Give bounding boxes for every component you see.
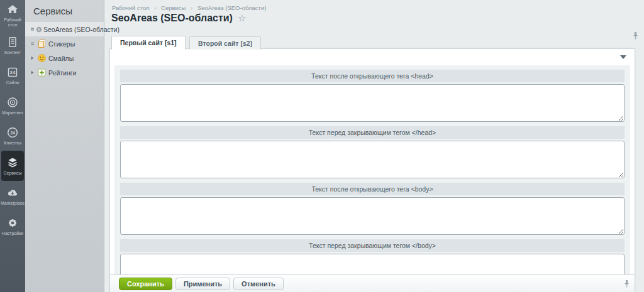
apply-button[interactable]: Применить bbox=[175, 278, 230, 290]
rail-item-marketing[interactable]: Маркетинг bbox=[0, 90, 25, 121]
marketplace-icon bbox=[6, 187, 19, 199]
field-label-before-head-close: Текст перед закрывающим тегом </head> bbox=[120, 126, 625, 139]
seo-areas-form: Текст после открывающего тега <head> Тек… bbox=[114, 65, 630, 274]
field-label-after-head-open: Текст после открывающего тега <head> bbox=[120, 70, 625, 82]
expand-arrow-icon[interactable] bbox=[30, 70, 37, 75]
sites-icon: 24 bbox=[6, 66, 19, 78]
breadcrumb-separator: › bbox=[154, 4, 156, 11]
textarea-before-body-close[interactable] bbox=[120, 254, 625, 274]
cancel-button[interactable]: Отменить bbox=[233, 278, 284, 290]
sidebar-item-stickers[interactable]: Стикеры bbox=[25, 36, 104, 51]
textarea-after-head-open[interactable] bbox=[120, 84, 625, 122]
form-panel: Текст после открывающего тега <head> Тек… bbox=[109, 48, 635, 292]
main-area: Рабочий стол › Сервисы › SeoAreas (SEO-о… bbox=[104, 0, 644, 292]
tab-site-1[interactable]: Первый сайт [s1] bbox=[111, 36, 186, 50]
rail-item-services[interactable]: Сервисы bbox=[1, 151, 24, 181]
marketing-icon bbox=[6, 96, 19, 109]
services-icon bbox=[6, 156, 19, 169]
field-label-after-body-open: Текст после открывающего тега <body> bbox=[120, 183, 625, 195]
textarea-after-body-open[interactable] bbox=[120, 197, 625, 235]
rail-item-marketplace[interactable]: Marketplace bbox=[0, 181, 25, 211]
form-footer: Сохранить Применить Отменить bbox=[109, 274, 635, 292]
rail-item-label: Рабочий стол bbox=[0, 18, 25, 28]
rail-item-label: Контент bbox=[4, 50, 21, 55]
tab-site-2[interactable]: Второй сайт [s2] bbox=[189, 36, 261, 50]
page-title: SeoAreas (SEO-области)☆ bbox=[111, 13, 246, 24]
rail-item-clients[interactable]: 24 Клиенты bbox=[0, 121, 25, 151]
field-label-before-body-close: Текст перед закрывающим тегом </body> bbox=[120, 239, 625, 252]
sidebar-item-label: SeoAreas (SEO-области) bbox=[43, 26, 119, 33]
svg-text:24: 24 bbox=[10, 70, 16, 75]
home-icon bbox=[6, 3, 19, 16]
rail-item-label: Настройки bbox=[2, 231, 23, 236]
sidebar-item-smileys[interactable]: Смайлы bbox=[25, 51, 104, 65]
collapse-chevron-down-icon[interactable] bbox=[620, 55, 626, 62]
rail-item-content[interactable]: Контент bbox=[0, 30, 25, 60]
item-marker-icon bbox=[30, 41, 37, 46]
settings-icon bbox=[6, 217, 19, 229]
page-title-text: SeoAreas (SEO-области) bbox=[111, 13, 233, 23]
breadcrumb-separator: › bbox=[191, 4, 192, 11]
smiley-icon bbox=[37, 53, 48, 63]
breadcrumb: Рабочий стол › Сервисы › SeoAreas (SEO-о… bbox=[112, 4, 266, 11]
svg-text:24: 24 bbox=[10, 130, 15, 134]
pin-icon[interactable] bbox=[633, 31, 638, 43]
sidebar-item-seoareas[interactable]: SeoAreas (SEO-области) bbox=[25, 22, 104, 36]
breadcrumb-item-services[interactable]: Сервисы bbox=[161, 4, 186, 11]
favorite-star-icon[interactable]: ☆ bbox=[238, 13, 246, 23]
sidebar-item-label: Стикеры bbox=[48, 40, 75, 48]
sidebar-item-label: Рейтинги bbox=[48, 69, 76, 77]
pin-icon[interactable] bbox=[624, 279, 630, 291]
rail-item-settings[interactable]: Настройки bbox=[0, 211, 25, 241]
rail-item-label: Сервисы bbox=[3, 171, 21, 176]
rail-item-label: Маркетинг bbox=[2, 111, 23, 116]
breadcrumb-item-seoareas[interactable]: SeoAreas (SEO-области) bbox=[197, 4, 266, 11]
rail-item-label: Marketplace bbox=[1, 201, 25, 206]
rail-item-sites[interactable]: 24 Сайты bbox=[0, 60, 25, 90]
site-tabs: Первый сайт [s1] Второй сайт [s2] bbox=[111, 36, 262, 50]
rail-item-label: Клиенты bbox=[4, 141, 21, 146]
rail-item-desktop[interactable]: Рабочий стол bbox=[0, 0, 25, 30]
expand-arrow-icon[interactable] bbox=[30, 56, 37, 60]
gear-icon bbox=[35, 25, 43, 34]
services-sidebar: Сервисы SeoAreas (SEO-области) Стикеры С… bbox=[25, 0, 104, 292]
sidebar-item-ratings[interactable]: Рейтинги bbox=[25, 65, 104, 80]
breadcrumb-item-desktop[interactable]: Рабочий стол bbox=[112, 4, 150, 11]
sidebar-title: Сервисы bbox=[25, 0, 104, 22]
rail-item-label: Сайты bbox=[6, 80, 19, 85]
item-marker-icon bbox=[30, 27, 35, 31]
ratings-icon bbox=[37, 68, 48, 77]
textarea-before-head-close[interactable] bbox=[120, 141, 625, 178]
stickers-icon bbox=[37, 39, 48, 48]
clients-icon: 24 bbox=[6, 126, 19, 139]
save-button[interactable]: Сохранить bbox=[119, 278, 172, 290]
content-icon bbox=[6, 36, 19, 48]
sidebar-item-label: Смайлы bbox=[48, 55, 74, 62]
app-rail: Рабочий стол Контент 24 Сайты Маркетинг … bbox=[0, 0, 25, 292]
